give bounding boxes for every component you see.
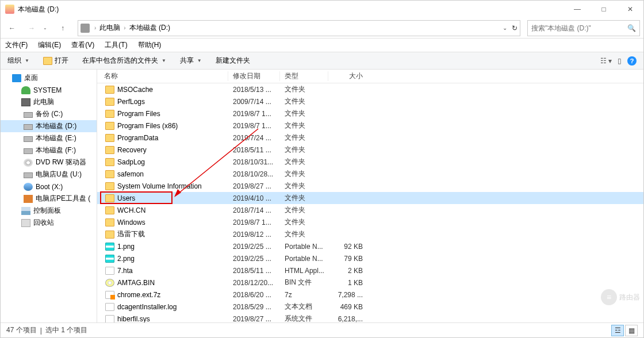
back-button[interactable]: ← (4, 20, 20, 36)
file-name: chrome.ext.7z (117, 291, 160, 299)
list-item[interactable]: 2.png2019/2/25 ...Portable N...79 KB (97, 252, 643, 264)
search-icon[interactable]: 🔍 (627, 24, 636, 32)
list-item[interactable]: Recovery2018/5/11 ...文件夹 (97, 144, 643, 156)
menu-help[interactable]: 帮助(H) (138, 40, 162, 50)
menu-tools[interactable]: 工具(T) (105, 40, 127, 50)
header-size[interactable]: 大小 (328, 71, 367, 81)
tree-item[interactable]: 本地磁盘 (E:) (1, 132, 97, 144)
tree-item[interactable]: 备份 (C:) (1, 108, 97, 120)
header-name[interactable]: 名称 (97, 71, 228, 81)
list-item[interactable]: Program Files2019/8/7 1...文件夹 (97, 107, 643, 120)
chevron-right-icon[interactable]: › (93, 25, 97, 31)
breadcrumb-drive[interactable]: 本地磁盘 (D:) (129, 23, 170, 33)
tree-item[interactable]: 回收站 (1, 217, 97, 229)
file-size: 1 KB (328, 279, 367, 287)
recent-locations-dropdown[interactable]: ⌄ (43, 25, 51, 30)
preview-pane-icon[interactable]: ▯ (618, 57, 622, 65)
header-date[interactable]: 修改日期 (228, 71, 280, 81)
tree-item[interactable]: Boot (X:) (1, 180, 97, 193)
details-view-button[interactable]: ☲ (611, 325, 624, 336)
minimize-button[interactable]: — (564, 1, 591, 18)
tree-item-label: 此电脑 (33, 97, 54, 107)
folder-icon (105, 206, 114, 214)
sevenz-icon (105, 291, 114, 299)
forward-button[interactable]: → (24, 20, 40, 36)
list-item[interactable]: MSOCache2018/5/13 ...文件夹 (97, 83, 643, 95)
search-field[interactable] (531, 24, 627, 32)
file-name: WCH.CN (117, 206, 145, 214)
tool-icon (24, 195, 33, 203)
view-options-icon[interactable]: ☷ ▾ (600, 57, 612, 65)
header-type[interactable]: 类型 (280, 71, 328, 81)
refresh-button[interactable]: ↻ (512, 24, 518, 32)
file-type: 文件夹 (280, 169, 328, 179)
new-folder-button[interactable]: 新建文件夹 (212, 56, 254, 66)
log-icon (105, 303, 114, 311)
list-item[interactable]: 7.hta2018/5/11 ...HTML Appl...2 KB (97, 264, 643, 276)
navigation-tree[interactable]: 桌面SYSTEM此电脑备份 (C:)本地磁盘 (D:)本地磁盘 (E:)本地磁盘… (1, 70, 97, 322)
chevron-right-icon[interactable]: › (122, 25, 126, 31)
file-date: 2019/7/24 ... (228, 134, 280, 142)
drive-icon (24, 172, 33, 178)
list-item[interactable]: dcagentInstaller.log2018/5/29 ...文本文档469… (97, 301, 643, 313)
list-item[interactable]: ProgramData2019/7/24 ...文件夹 (97, 132, 643, 144)
column-headers[interactable]: 名称 修改日期 类型 大小 (97, 70, 643, 83)
file-date: 2018/12/20... (228, 279, 280, 287)
list-item[interactable]: chrome.ext.7z2018/6/20 ...7z7,298 ... (97, 289, 643, 301)
file-name: System Volume Information (117, 182, 202, 190)
tree-item[interactable]: SYSTEM (1, 84, 97, 96)
tree-item[interactable]: 桌面 (1, 72, 97, 84)
tree-item[interactable]: 电脑店U盘 (U:) (1, 168, 97, 180)
maximize-button[interactable]: □ (591, 1, 617, 18)
organize-button[interactable]: 组织▼ (4, 56, 33, 66)
list-item[interactable]: AMTAG.BIN2018/12/20...BIN 文件1 KB (97, 276, 643, 289)
breadcrumb[interactable]: › 此电脑 › 本地磁盘 (D:) ⌄ ↻ (78, 20, 520, 36)
list-item[interactable]: Program Files (x86)2019/8/7 1...文件夹 (97, 120, 643, 132)
file-name: 7.hta (117, 267, 133, 275)
tree-item[interactable]: 电脑店PE工具盘 ( (1, 193, 97, 205)
tree-item[interactable]: 控制面板 (1, 205, 97, 217)
menu-edit[interactable]: 编辑(E) (38, 40, 61, 50)
file-list[interactable]: MSOCache2018/5/13 ...文件夹PerfLogs2009/7/1… (97, 83, 643, 322)
tree-item[interactable]: 本地磁盘 (F:) (1, 144, 97, 156)
folder-icon (105, 146, 114, 154)
file-date: 2018/5/13 ... (228, 86, 280, 94)
chevron-down-icon[interactable]: ⌄ (503, 25, 507, 31)
drive-icon (24, 136, 33, 142)
list-item[interactable]: Users2019/4/10 ...文件夹 (97, 192, 643, 204)
file-date: 2018/5/29 ... (228, 303, 280, 311)
png-icon (105, 255, 114, 263)
window-title: 本地磁盘 (D:) (18, 5, 564, 14)
folder-open-icon (43, 57, 52, 65)
tree-item[interactable]: 本地磁盘 (D:) (1, 120, 97, 132)
breadcrumb-this-pc[interactable]: 此电脑 (99, 23, 120, 33)
list-item[interactable]: 1.png2019/2/25 ...Portable N...92 KB (97, 240, 643, 252)
close-button[interactable]: ✕ (617, 1, 643, 18)
tree-item[interactable]: DVD RW 驱动器 (1, 156, 97, 168)
list-item[interactable]: WCH.CN2018/7/14 ...文件夹 (97, 204, 643, 216)
list-item[interactable]: 迅雷下载2019/8/12 ...文件夹 (97, 228, 643, 240)
menu-file[interactable]: 文件(F) (5, 40, 28, 50)
menu-view[interactable]: 查看(V) (71, 40, 94, 50)
list-item[interactable]: SadpLog2018/10/31...文件夹 (97, 156, 643, 168)
folder-icon (105, 218, 114, 226)
help-icon[interactable]: ? (627, 56, 637, 66)
share-button[interactable]: 共享▼ (177, 56, 205, 66)
folder-icon (105, 110, 114, 118)
list-item[interactable]: safemon2018/10/28...文件夹 (97, 168, 643, 180)
open-button[interactable]: 打开 (40, 56, 72, 66)
search-input[interactable]: 🔍 (527, 20, 640, 36)
list-item[interactable]: hiberfil.sys2019/8/27 ...系统文件6,218,... (97, 313, 643, 322)
include-in-library-button[interactable]: 在库中包含所选的文件夹▼ (79, 56, 170, 66)
folder-icon (105, 134, 114, 142)
list-item[interactable]: PerfLogs2009/7/14 ...文件夹 (97, 95, 643, 107)
list-item[interactable]: Windows2019/8/7 1...文件夹 (97, 216, 643, 228)
tree-item-label: 控制面板 (33, 206, 61, 216)
thumbnails-view-button[interactable]: ▦ (625, 325, 638, 336)
file-name: 2.png (117, 255, 135, 263)
tree-item[interactable]: 此电脑 (1, 96, 97, 108)
file-name: Program Files (117, 110, 160, 118)
up-button[interactable]: ↑ (55, 20, 71, 36)
list-item[interactable]: System Volume Information2019/8/27 ...文件… (97, 180, 643, 192)
file-date: 2018/6/20 ... (228, 291, 280, 299)
